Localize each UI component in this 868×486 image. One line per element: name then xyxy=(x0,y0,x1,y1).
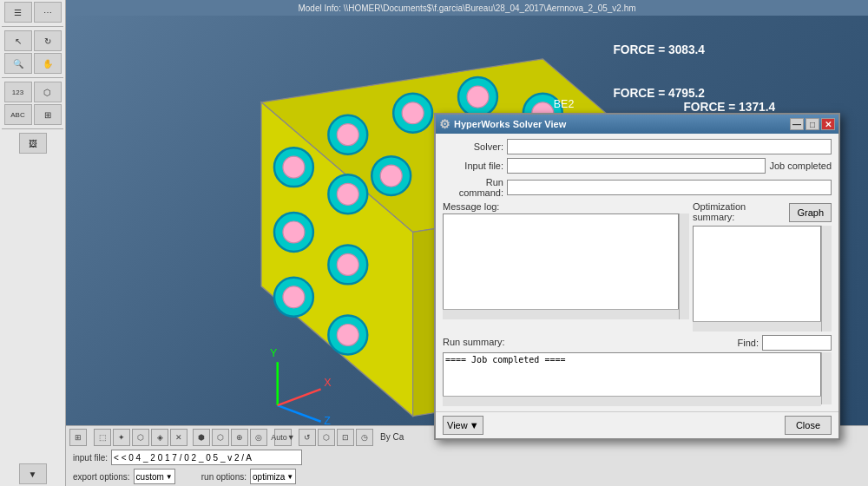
toolbar-divider-3 xyxy=(2,128,63,129)
svg-point-26 xyxy=(283,286,305,308)
toolbar-icon-auto-dropdown[interactable]: Auto▼ xyxy=(274,429,292,446)
close-x-button[interactable]: ✕ xyxy=(821,118,835,130)
toolbar-btn-menu[interactable]: ☰ xyxy=(4,2,32,23)
dialog-body: Solver: Input file: Job completed Run co… xyxy=(436,134,838,411)
toolbar-icon-2[interactable]: ✦ xyxy=(113,429,130,446)
toolbar-icon-6[interactable]: ⬢ xyxy=(193,429,210,446)
svg-point-4 xyxy=(337,124,358,146)
toolbar-btn-123[interactable]: 123 xyxy=(4,82,32,102)
svg-point-6 xyxy=(402,102,424,124)
toolbar-section-4: 🖼 xyxy=(19,133,47,154)
graph-button[interactable]: Graph xyxy=(789,203,832,222)
dialog-icon: ⚙ xyxy=(439,117,450,131)
dialog-titlebar: ⚙ HyperWorks Solver View — □ ✕ xyxy=(436,115,838,134)
run-options-group: run options: optimiza ▼ xyxy=(201,469,296,484)
toolbar-section-2: ↖ ↻ 🔍 ✋ xyxy=(2,30,63,74)
run-summary-section: Run summary: Find: xyxy=(443,335,832,406)
toolbar-section-3: 123 ⬡ ABC ⊞ xyxy=(2,82,63,125)
toolbar-btn-mesh[interactable]: ⊞ xyxy=(34,104,62,125)
run-options-label: run options: xyxy=(201,472,247,482)
run-summary-scrollbar-h[interactable] xyxy=(443,396,821,406)
run-command-label: Run command: xyxy=(443,177,503,198)
input-file-field[interactable] xyxy=(111,450,302,465)
svg-point-28 xyxy=(337,183,358,205)
message-log-panel: Message log: xyxy=(443,201,689,332)
svg-text:X: X xyxy=(324,377,332,389)
export-dropdown[interactable]: custom ▼ xyxy=(134,469,175,484)
toolbar-divider-1 xyxy=(2,26,63,27)
svg-text:BE2: BE2 xyxy=(554,98,575,110)
view-dropdown-arrow: ▼ xyxy=(470,420,479,430)
svg-point-32 xyxy=(337,325,358,346)
toolbar-divider-2 xyxy=(2,77,63,78)
main-container: ☰ ⋯ ↖ ↻ 🔍 ✋ 123 ⬡ ABC ⊞ 🖼 ▼ Model Info: … xyxy=(0,0,868,486)
toolbar-btn-pan[interactable]: ✋ xyxy=(34,53,62,74)
message-log-scrollbar-h[interactable] xyxy=(443,309,679,319)
solver-row: Solver: xyxy=(443,139,832,154)
message-log-label: Message log: xyxy=(443,201,689,212)
toolbar-icon-10[interactable]: ↺ xyxy=(299,429,316,446)
opt-summary-textarea[interactable] xyxy=(693,226,821,330)
solver-input[interactable] xyxy=(507,139,832,154)
dialog-panels: Message log: Optimization summary: Graph xyxy=(443,201,832,332)
toolbar-btn-rotate[interactable]: ↻ xyxy=(34,30,62,51)
bottom-toolbar-row3: export options: custom ▼ run options: op… xyxy=(66,467,868,486)
toolbar-icon-9[interactable]: ◎ xyxy=(250,429,267,446)
toolbar-btn-image[interactable]: 🖼 xyxy=(19,133,47,154)
run-command-row: Run command: xyxy=(443,177,832,198)
run-dropdown[interactable]: optimiza ▼ xyxy=(250,469,296,484)
toolbar-icon-7[interactable]: ⬡ xyxy=(212,429,229,446)
run-summary-scrollbar-v[interactable] xyxy=(821,352,832,404)
toolbar-icon-3[interactable]: ⬡ xyxy=(132,429,149,446)
toolbar-icon-4[interactable]: ◈ xyxy=(151,429,168,446)
toolbar-icon-1[interactable]: ⬚ xyxy=(94,429,111,446)
opt-summary-scrollbar-h[interactable] xyxy=(693,321,821,332)
minimize-button[interactable]: — xyxy=(790,118,804,130)
svg-text:FORCE = 1371.4: FORCE = 1371.4 xyxy=(683,101,775,114)
left-toolbar: ☰ ⋯ ↖ ↻ 🔍 ✋ 123 ⬡ ABC ⊞ 🖼 ▼ xyxy=(0,0,66,486)
dialog-controls: — □ ✕ xyxy=(790,118,835,130)
toolbar-icon-grid[interactable]: ⊞ xyxy=(69,429,87,446)
toolbar-icon-5[interactable]: ✕ xyxy=(170,429,187,446)
run-summary-label: Run summary: xyxy=(443,337,505,347)
toolbar-btn-dots[interactable]: ⋯ xyxy=(34,2,62,23)
svg-line-58 xyxy=(278,405,321,422)
message-log-scrollbar-v[interactable] xyxy=(679,213,689,319)
toolbar-btn-abc[interactable]: ABC xyxy=(4,104,32,125)
close-button[interactable]: Close xyxy=(785,416,832,435)
toolbar-btn-select[interactable]: ↖ xyxy=(4,30,32,51)
solver-label: Solver: xyxy=(443,141,503,152)
find-row: Find: xyxy=(738,335,832,351)
svg-text:FORCE = 4795.2: FORCE = 4795.2 xyxy=(613,87,705,100)
run-summary-header: Run summary: Find: xyxy=(443,335,832,351)
input-file-row: Input file: Job completed xyxy=(443,158,832,174)
by-label: By Ca xyxy=(380,432,404,442)
maximize-button[interactable]: □ xyxy=(806,118,819,130)
view-dropdown[interactable]: View ▼ xyxy=(443,416,483,435)
optimization-summary-panel: Optimization summary: Graph xyxy=(693,201,832,332)
svg-point-24 xyxy=(283,221,305,243)
run-dropdown-arrow: ▼ xyxy=(286,473,293,481)
toolbar-btn-zoom[interactable]: 🔍 xyxy=(4,53,32,74)
toolbar-icon-12[interactable]: ⊡ xyxy=(337,429,354,446)
opt-summary-scrollbar-v[interactable] xyxy=(821,226,832,332)
bottom-toolbar-row2: input file: xyxy=(66,448,868,467)
run-command-input[interactable] xyxy=(507,180,832,195)
top-bar: Model Info: \\HOMER\Documents$\f.garcia\… xyxy=(66,0,868,16)
find-input[interactable] xyxy=(762,335,832,351)
toolbar-btn-wire[interactable]: ⬡ xyxy=(34,82,62,102)
input-file-label: input file: xyxy=(73,453,108,463)
export-dropdown-arrow: ▼ xyxy=(166,473,173,481)
model-info: Model Info: \\HOMER\Documents$\f.garcia\… xyxy=(69,3,865,13)
toolbar-section-1: ☰ ⋯ xyxy=(4,2,62,23)
message-log-textarea[interactable] xyxy=(443,213,679,318)
svg-point-30 xyxy=(337,253,358,275)
find-label: Find: xyxy=(738,338,759,348)
dialog-input-file-field[interactable] xyxy=(507,158,766,174)
toolbar-icon-11[interactable]: ⬡ xyxy=(318,429,335,446)
toolbar-icon-13[interactable]: ◷ xyxy=(356,429,373,446)
opt-summary-label: Optimization summary: xyxy=(693,201,789,222)
toolbar-btn-arrow-down[interactable]: ▼ xyxy=(19,463,47,484)
export-options-group: export options: custom ▼ xyxy=(73,469,175,484)
toolbar-icon-8[interactable]: ⊕ xyxy=(231,429,248,446)
